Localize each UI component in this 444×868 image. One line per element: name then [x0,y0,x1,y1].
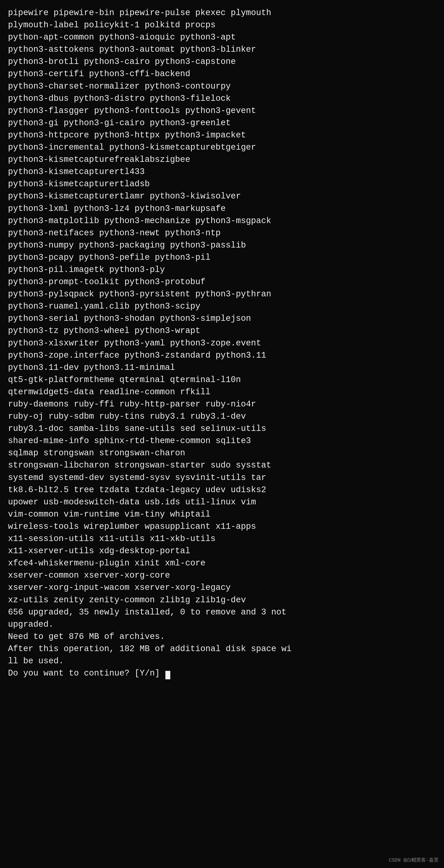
watermark-label: CSDN @白帽黑客·嘉景 [389,857,439,864]
terminal-output: pipewire pipewire-bin pipewire-pulse pke… [8,7,436,679]
terminal-cursor [165,671,170,679]
